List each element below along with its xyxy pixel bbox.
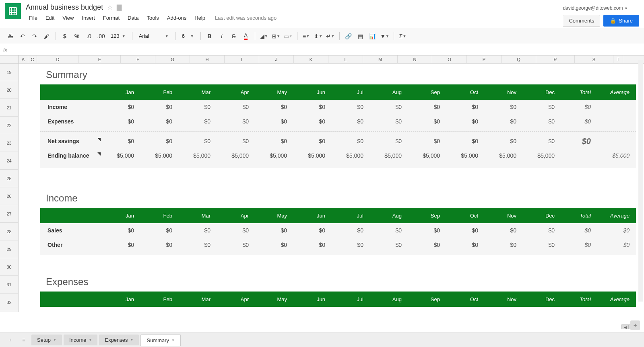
cell[interactable]: $5,000 <box>177 152 215 159</box>
row-head-28[interactable]: 28 <box>0 223 18 240</box>
share-button[interactable]: 🔒 Share <box>603 15 639 27</box>
cell[interactable]: $0 <box>368 227 407 234</box>
folder-icon[interactable]: ▇ <box>117 4 122 11</box>
cell[interactable]: $0 <box>407 138 445 144</box>
cell[interactable]: $5,000 <box>292 152 330 159</box>
row-average[interactable]: $0 <box>596 242 636 248</box>
text-wrap-icon[interactable]: ↵▼ <box>325 31 336 42</box>
col-head-M[interactable]: M <box>363 55 398 63</box>
cell[interactable]: $0 <box>101 104 139 110</box>
menu-file[interactable]: File <box>26 13 41 23</box>
cell[interactable]: $0 <box>330 104 368 110</box>
cell[interactable]: $0 <box>483 118 521 125</box>
horizontal-align-icon[interactable]: ≡▼ <box>301 31 312 42</box>
filter-icon[interactable]: ▼▼ <box>379 31 390 42</box>
decrease-decimal-icon[interactable]: .0 <box>83 31 95 42</box>
font-size-select[interactable]: 6▼ <box>179 31 197 41</box>
cell[interactable]: $0 <box>292 242 330 248</box>
col-head-A[interactable]: A <box>19 55 28 63</box>
col-head-J[interactable]: J <box>259 55 294 63</box>
cell[interactable]: $0 <box>292 104 330 110</box>
sheet-tab-summary[interactable]: Summary▼ <box>140 335 181 346</box>
cell[interactable]: $0 <box>445 138 483 144</box>
row-average[interactable]: $0 <box>596 227 636 234</box>
cell[interactable]: $0 <box>368 118 407 125</box>
cell[interactable]: $0 <box>292 118 330 125</box>
font-select[interactable]: Arial▼ <box>136 31 172 41</box>
row-total[interactable]: $0 <box>559 118 596 125</box>
cell[interactable]: $0 <box>407 118 445 125</box>
cell[interactable]: $5,000 <box>330 152 368 159</box>
cell[interactable]: $0 <box>407 242 445 248</box>
row-total[interactable]: $0 <box>559 227 596 234</box>
row-head-30[interactable]: 30 <box>0 258 18 276</box>
col-head-L[interactable]: L <box>328 55 363 63</box>
cell[interactable]: $0 <box>445 227 483 234</box>
cell[interactable]: $0 <box>521 138 559 144</box>
cell[interactable]: $0 <box>330 138 368 144</box>
sheet-tab-expenses[interactable]: Expenses▼ <box>99 335 139 345</box>
cell[interactable]: $0 <box>445 104 483 110</box>
borders-icon[interactable]: ⊞▼ <box>270 31 282 42</box>
cell[interactable]: $0 <box>101 227 139 234</box>
cell[interactable]: $0 <box>254 242 292 248</box>
cell[interactable]: $0 <box>177 242 215 248</box>
cell[interactable]: $0 <box>215 227 254 234</box>
cell[interactable]: $5,000 <box>254 152 292 159</box>
cell[interactable]: $0 <box>368 104 407 110</box>
fill-color-icon[interactable]: ◢▼ <box>258 31 270 42</box>
functions-icon[interactable]: Σ▼ <box>397 31 409 42</box>
row-head-20[interactable]: 20 <box>0 81 18 99</box>
cell[interactable]: $0 <box>254 138 292 144</box>
col-head-D[interactable]: D <box>37 55 79 63</box>
cell[interactable]: $0 <box>177 227 215 234</box>
increase-decimal-icon[interactable]: .00 <box>95 31 107 42</box>
insert-comment-icon[interactable]: ▤ <box>355 31 366 42</box>
row-average[interactable]: $5,000 <box>596 152 636 159</box>
all-sheets-button[interactable]: ≡ <box>18 334 30 346</box>
select-all-corner[interactable] <box>0 55 19 63</box>
col-head-N[interactable]: N <box>398 55 432 63</box>
row-head-21[interactable]: 21 <box>0 99 18 117</box>
row-total[interactable]: $0 <box>559 104 596 110</box>
cell[interactable]: $5,000 <box>139 152 177 159</box>
insert-chart-icon[interactable]: 📊 <box>367 31 378 42</box>
merge-cells-icon[interactable]: ▭▼ <box>283 31 294 42</box>
cell[interactable]: $0 <box>254 227 292 234</box>
cell[interactable]: $0 <box>368 138 407 144</box>
col-head-K[interactable]: K <box>294 55 328 63</box>
menu-edit[interactable]: Edit <box>42 13 58 23</box>
row-head-22[interactable]: 22 <box>0 117 18 134</box>
col-head-R[interactable]: R <box>536 55 575 63</box>
cell[interactable]: $0 <box>330 118 368 125</box>
user-email[interactable]: david.george@ditoweb.com <box>563 5 623 11</box>
vertical-scrollbar[interactable] <box>638 60 643 302</box>
row-head-19[interactable]: 19 <box>0 64 18 81</box>
document-title[interactable]: Annual business budget <box>26 3 103 12</box>
cell[interactable]: $5,000 <box>407 152 445 159</box>
cell[interactable]: $0 <box>521 118 559 125</box>
cell[interactable]: $5,000 <box>521 152 559 159</box>
currency-icon[interactable]: $ <box>59 31 70 42</box>
row-head-24[interactable]: 24 <box>0 152 18 170</box>
cell[interactable]: $0 <box>483 138 521 144</box>
row-head-26[interactable]: 26 <box>0 187 18 205</box>
paint-format-icon[interactable]: 🖌 <box>41 31 52 42</box>
chevron-down-icon[interactable]: ▼ <box>624 6 628 10</box>
formula-input[interactable] <box>11 47 641 53</box>
text-color-icon[interactable]: A <box>240 31 252 42</box>
row-head-32[interactable]: 32 <box>0 294 18 311</box>
redo-icon[interactable]: ↷ <box>29 31 40 42</box>
cell[interactable]: $0 <box>330 227 368 234</box>
strikethrough-icon[interactable]: S <box>228 31 239 42</box>
row-head-23[interactable]: 23 <box>0 134 18 152</box>
chevron-down-icon[interactable]: ▼ <box>130 338 134 342</box>
menu-view[interactable]: View <box>59 13 77 23</box>
chevron-down-icon[interactable]: ▼ <box>53 338 56 342</box>
cell[interactable]: $0 <box>292 227 330 234</box>
add-sheet-button[interactable]: + <box>4 334 16 346</box>
col-head-Q[interactable]: Q <box>502 55 536 63</box>
row-head-27[interactable]: 27 <box>0 205 18 223</box>
cell[interactable]: $0 <box>407 104 445 110</box>
menu-tools[interactable]: Tools <box>143 13 162 23</box>
